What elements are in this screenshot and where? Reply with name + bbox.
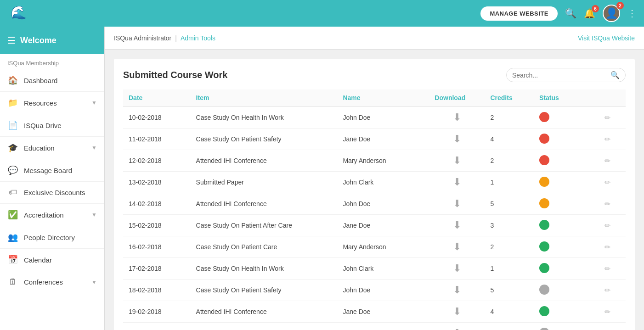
status-dot-6 — [539, 241, 549, 252]
sidebar-item-people-directory[interactable]: 👥 People Directory — [0, 226, 104, 249]
sidebar-item-exclusive-discounts[interactable]: 🏷 Exclusive Discounts — [0, 182, 104, 204]
download-icon-8[interactable]: ⬇ — [453, 284, 461, 296]
table-row: 20-02-2018 Submitted Paper Mary Anderson… — [123, 323, 626, 330]
cell-credits-6: 2 — [485, 236, 534, 258]
download-icon-3[interactable]: ⬇ — [453, 176, 461, 188]
sidebar-item-isqua-drive[interactable]: 📄 ISQua Drive — [0, 114, 104, 137]
cell-download-2: ⬇ — [429, 150, 485, 172]
cell-download-8: ⬇ — [429, 280, 485, 301]
cell-download-0: ⬇ — [429, 106, 485, 129]
edit-icon-9[interactable]: ✏ — [604, 308, 610, 316]
resources-arrow-icon: ▼ — [91, 100, 97, 106]
manage-website-button[interactable]: MANAGE WEBSITE — [480, 6, 558, 21]
download-icon-9[interactable]: ⬇ — [453, 306, 461, 317]
cell-credits-0: 2 — [485, 106, 534, 129]
download-icon-10[interactable]: ⬇ — [453, 327, 461, 330]
cell-date-2: 12-02-2018 — [123, 150, 191, 172]
cell-download-9: ⬇ — [429, 301, 485, 323]
notification-bell-button[interactable]: 🔔 6 — [584, 8, 595, 19]
download-icon-0[interactable]: ⬇ — [453, 112, 461, 123]
sidebar-item-resources[interactable]: 📁 Resources ▼ — [0, 92, 104, 114]
cell-date-10: 20-02-2018 — [123, 323, 191, 330]
cell-item-1: Case Study On Patient Safety — [191, 129, 338, 150]
cell-item-3: Submitted Paper — [191, 172, 338, 193]
sidebar-item-calendar[interactable]: 📅 Calendar — [0, 249, 104, 271]
edit-icon-5[interactable]: ✏ — [604, 222, 610, 229]
download-icon-6[interactable]: ⬇ — [453, 241, 461, 252]
course-table: Date Item Name Download Credits Status 1… — [123, 89, 626, 330]
cell-date-1: 11-02-2018 — [123, 129, 191, 150]
cell-date-8: 18-02-2018 — [123, 280, 191, 301]
cell-action-3: ✏ — [589, 172, 626, 193]
exclusive-discounts-icon: 🏷 — [7, 188, 18, 197]
sidebar-item-conferences[interactable]: 🗓 Conferences ▼ — [0, 271, 104, 293]
admin-tools-link[interactable]: Admin Tools — [181, 34, 215, 42]
cell-item-6: Case Study On Patient Care — [191, 236, 338, 258]
download-icon-4[interactable]: ⬇ — [453, 198, 461, 209]
col-header-action — [589, 89, 626, 106]
people-directory-label: People Directory — [24, 234, 97, 241]
cell-name-9: Jane Doe — [337, 301, 429, 323]
cell-download-6: ⬇ — [429, 236, 485, 258]
status-dot-9 — [539, 306, 549, 316]
calendar-label: Calendar — [24, 256, 97, 264]
cell-item-8: Case Study On Patient Safety — [191, 280, 338, 301]
download-icon-1[interactable]: ⬇ — [453, 133, 461, 145]
download-icon-2[interactable]: ⬇ — [453, 155, 461, 166]
table-row: 10-02-2018 Case Study On Health In Work … — [123, 106, 626, 129]
edit-icon-4[interactable]: ✏ — [604, 200, 610, 208]
col-header-item: Item — [191, 89, 338, 106]
cell-name-2: Mary Anderson — [337, 150, 429, 172]
sidebar-item-message-board[interactable]: 💬 Message Board — [0, 159, 104, 182]
edit-icon-6[interactable]: ✏ — [604, 243, 610, 251]
cell-credits-4: 5 — [485, 193, 534, 215]
resources-label: Resources — [24, 99, 86, 107]
search-icon-button[interactable]: 🔍 — [565, 8, 576, 19]
people-directory-icon: 👥 — [7, 232, 18, 242]
table-header: Date Item Name Download Credits Status — [123, 89, 626, 106]
status-dot-7 — [539, 263, 549, 273]
edit-icon-3[interactable]: ✏ — [604, 179, 610, 186]
sidebar-item-accreditation[interactable]: ✅ Accreditation ▼ — [0, 204, 104, 226]
status-dot-3 — [539, 177, 549, 187]
logo-icon: 🌊 — [7, 2, 29, 24]
edit-icon-1[interactable]: ✏ — [604, 135, 610, 143]
avatar-icon: 👤 — [605, 7, 618, 19]
status-dot-1 — [539, 134, 549, 144]
visit-isqua-link[interactable]: Visit ISQua Website — [578, 34, 635, 42]
message-board-label: Message Board — [24, 167, 97, 174]
cell-credits-2: 2 — [485, 150, 534, 172]
top-navigation: ISQua Administrator | Admin Tools Visit … — [105, 27, 644, 50]
hamburger-button[interactable]: ☰ — [7, 35, 16, 46]
search-submit-icon[interactable]: 🔍 — [610, 71, 620, 79]
search-input[interactable] — [512, 72, 607, 79]
edit-icon-2[interactable]: ✏ — [604, 157, 610, 165]
sidebar: ☰ Welcome ISQua Membership 🏠 Dashboard 📁… — [0, 27, 105, 330]
cell-date-7: 17-02-2018 — [123, 258, 191, 280]
col-header-name: Name — [337, 89, 429, 106]
edit-icon-7[interactable]: ✏ — [604, 265, 610, 273]
download-icon-7[interactable]: ⬇ — [453, 263, 461, 274]
download-icon-5[interactable]: ⬇ — [453, 219, 461, 231]
table-body: 10-02-2018 Case Study On Health In Work … — [123, 106, 626, 330]
cell-action-7: ✏ — [589, 258, 626, 280]
table-row: 11-02-2018 Case Study On Patient Safety … — [123, 129, 626, 150]
cell-name-3: John Clark — [337, 172, 429, 193]
cell-status-4 — [534, 193, 589, 215]
sidebar-item-dashboard[interactable]: 🏠 Dashboard — [0, 69, 104, 92]
sidebar-item-education[interactable]: 🎓 Education ▼ — [0, 137, 104, 159]
sidebar-header: ☰ Welcome — [0, 27, 104, 54]
cell-date-4: 14-02-2018 — [123, 193, 191, 215]
edit-icon-0[interactable]: ✏ — [604, 114, 610, 122]
avatar-badge: 2 — [616, 2, 624, 9]
edit-icon-8[interactable]: ✏ — [604, 286, 610, 294]
search-box: 🔍 — [506, 68, 626, 82]
more-options-icon[interactable]: ⋮ — [627, 8, 637, 19]
col-header-download: Download — [429, 89, 485, 106]
accreditation-arrow-icon: ▼ — [91, 212, 97, 218]
cell-download-1: ⬇ — [429, 129, 485, 150]
cell-action-4: ✏ — [589, 193, 626, 215]
cell-name-8: John Doe — [337, 280, 429, 301]
avatar-button[interactable]: 👤 2 — [603, 5, 620, 22]
conferences-icon: 🗓 — [7, 277, 18, 287]
